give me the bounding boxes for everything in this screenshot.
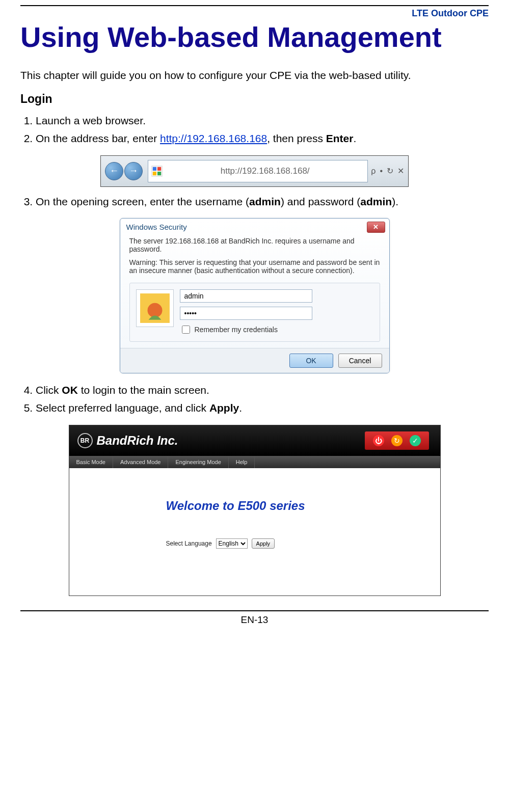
ok-button[interactable]: OK bbox=[289, 354, 333, 368]
step-5-apply: Apply bbox=[209, 402, 239, 414]
step-4-ok: OK bbox=[62, 384, 78, 396]
step-4-pre: Click bbox=[36, 384, 62, 396]
select-language-label: Select Language bbox=[166, 540, 212, 547]
step-2: On the address bar, enter http://192.168… bbox=[36, 131, 489, 146]
bandrich-logo: BR BandRich Inc. bbox=[77, 433, 178, 448]
menu-basic-mode[interactable]: Basic Mode bbox=[69, 456, 113, 468]
cancel-button[interactable]: Cancel bbox=[338, 354, 382, 368]
apply-label: Apply bbox=[256, 540, 271, 547]
figure-security-dialog: Windows Security ✕ The server 192.168.16… bbox=[20, 218, 489, 375]
url-input-wrap[interactable]: http://192.168.168.168/ bbox=[148, 160, 368, 182]
intro-paragraph: This chapter will guide you on how to co… bbox=[20, 68, 489, 83]
apply-button[interactable]: Apply bbox=[252, 538, 275, 549]
chapter-title: Using Web-based Management bbox=[20, 21, 489, 53]
figure-bandrich-welcome: BR BandRich Inc. ⏻ ↻ ✓ Basic Mode Advanc… bbox=[20, 425, 489, 596]
password-input[interactable] bbox=[180, 307, 312, 320]
step-5-post: . bbox=[239, 402, 242, 414]
bandrich-content: Welcome to E500 series Select Language E… bbox=[69, 468, 440, 596]
step-5: Select preferred language, and click App… bbox=[36, 400, 489, 415]
dialog-message-2: Warning: This server is requesting that … bbox=[129, 258, 380, 275]
back-button[interactable]: ← bbox=[105, 162, 123, 180]
step-3-mid: ) and password ( bbox=[281, 196, 360, 207]
dialog-title: Windows Security bbox=[126, 223, 187, 231]
step-2-pre: On the address bar, enter bbox=[36, 132, 160, 144]
windows-security-dialog: Windows Security ✕ The server 192.168.16… bbox=[120, 218, 390, 373]
remember-checkbox[interactable] bbox=[182, 326, 190, 334]
step-3-pass: admin bbox=[360, 196, 392, 207]
step-3-post: ). bbox=[392, 196, 398, 207]
welcome-heading: Welcome to E500 series bbox=[166, 499, 440, 513]
username-input[interactable] bbox=[180, 289, 312, 303]
section-login-heading: Login bbox=[20, 92, 489, 106]
router-url-link[interactable]: http://192.168.168.168 bbox=[160, 132, 267, 144]
doc-header-title: LTE Outdoor CPE bbox=[20, 8, 489, 19]
step-4: Click OK to login to the main screen. bbox=[36, 383, 489, 397]
svg-point-7 bbox=[147, 303, 162, 318]
menu-help[interactable]: Help bbox=[229, 456, 255, 468]
dialog-footer: OK Cancel bbox=[120, 348, 389, 373]
forward-button[interactable]: → bbox=[124, 162, 143, 180]
page-number: EN-13 bbox=[20, 614, 489, 634]
ok-label: OK bbox=[306, 357, 316, 365]
language-row: Select Language English Apply bbox=[166, 538, 440, 549]
bandrich-header: BR BandRich Inc. ⏻ ↻ ✓ bbox=[69, 425, 440, 456]
step-3-pre: On the opening screen, enter the usernam… bbox=[36, 196, 249, 207]
step-2-post: . bbox=[353, 132, 356, 144]
step-5-pre: Select preferred language, and click bbox=[36, 402, 209, 414]
credentials-fields: Remember my credentials bbox=[180, 289, 373, 335]
browser-address-bar: ← → http://192.168.168.168/ ρ • ↻ ✕ bbox=[100, 155, 409, 187]
step-4-post: to login to the main screen. bbox=[78, 384, 209, 396]
favicon-icon bbox=[151, 166, 163, 177]
refresh-icon[interactable]: ↻ bbox=[391, 435, 403, 446]
step-2-enter: Enter bbox=[326, 132, 354, 144]
svg-rect-3 bbox=[153, 171, 156, 175]
power-icon[interactable]: ⏻ bbox=[373, 435, 384, 446]
dialog-title-row: Windows Security ✕ bbox=[120, 219, 389, 234]
figure-address-bar: ← → http://192.168.168.168/ ρ • ↻ ✕ bbox=[20, 155, 489, 187]
credentials-panel: Remember my credentials bbox=[129, 283, 380, 342]
arrow-left-icon: ← bbox=[110, 166, 119, 176]
login-steps-list: Launch a web browser. On the address bar… bbox=[20, 113, 489, 146]
bandrich-brand: BandRich Inc. bbox=[97, 434, 178, 448]
bottom-rule bbox=[20, 610, 489, 611]
svg-rect-2 bbox=[157, 167, 161, 170]
dialog-close-button[interactable]: ✕ bbox=[367, 222, 385, 233]
step-3-user: admin bbox=[249, 196, 281, 207]
cancel-label: Cancel bbox=[349, 357, 371, 365]
url-text: http://192.168.168.168/ bbox=[166, 166, 364, 176]
menu-advanced-mode[interactable]: Advanced Mode bbox=[113, 456, 169, 468]
close-icon: ✕ bbox=[373, 223, 379, 231]
address-bar-tools: ρ • ↻ ✕ bbox=[371, 156, 408, 186]
remember-label: Remember my credentials bbox=[195, 326, 278, 334]
language-select[interactable]: English bbox=[216, 538, 248, 549]
user-avatar-icon bbox=[136, 289, 174, 327]
step-3: On the opening screen, enter the usernam… bbox=[36, 194, 489, 209]
dialog-body: The server 192.168.168.168 at BandRich I… bbox=[120, 234, 389, 348]
svg-rect-1 bbox=[153, 167, 156, 170]
nav-buttons: ← → bbox=[101, 156, 147, 186]
search-icon[interactable]: ρ bbox=[371, 167, 376, 176]
menu-engineering-mode[interactable]: Engineering Mode bbox=[168, 456, 228, 468]
top-rule bbox=[20, 5, 489, 6]
arrow-right-icon: → bbox=[129, 166, 138, 176]
login-steps-list-cont: On the opening screen, enter the usernam… bbox=[20, 194, 489, 209]
status-ok-icon[interactable]: ✓ bbox=[410, 435, 421, 446]
remember-credentials-row[interactable]: Remember my credentials bbox=[180, 324, 373, 335]
divider: • bbox=[380, 167, 383, 176]
refresh-icon[interactable]: ↻ bbox=[387, 166, 393, 176]
svg-rect-4 bbox=[157, 171, 161, 175]
step-2-mid: , then press bbox=[267, 132, 326, 144]
bandrich-menu: Basic Mode Advanced Mode Engineering Mod… bbox=[69, 456, 440, 468]
step-1: Launch a web browser. bbox=[36, 113, 489, 128]
quick-actions: ⏻ ↻ ✓ bbox=[365, 431, 429, 450]
bandrich-logo-mark-icon: BR bbox=[77, 433, 93, 448]
bandrich-app-frame: BR BandRich Inc. ⏻ ↻ ✓ Basic Mode Advanc… bbox=[69, 425, 441, 596]
login-steps-list-cont2: Click OK to login to the main screen. Se… bbox=[20, 383, 489, 416]
dialog-message-1: The server 192.168.168.168 at BandRich I… bbox=[129, 237, 380, 253]
stop-icon[interactable]: ✕ bbox=[397, 166, 404, 176]
